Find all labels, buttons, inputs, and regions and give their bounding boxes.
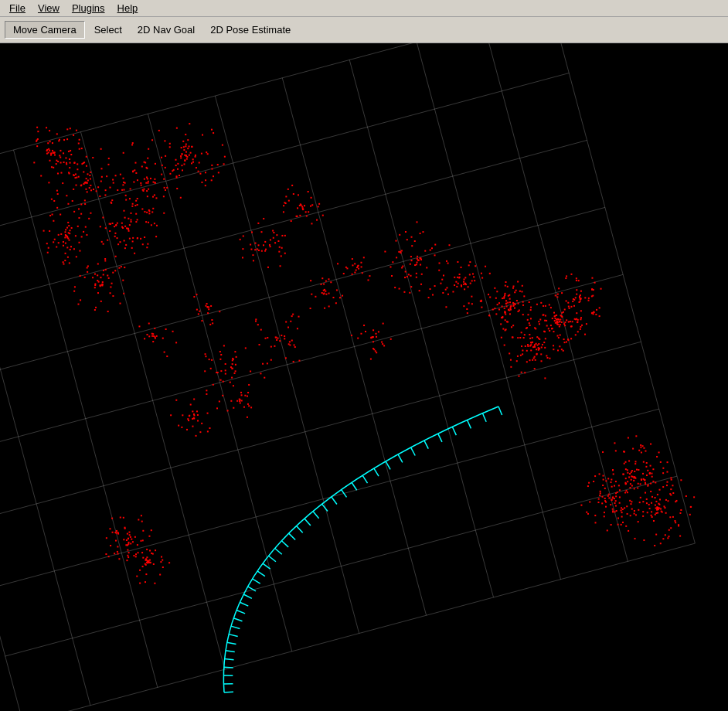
move-camera-button[interactable]: Move Camera [5, 21, 85, 39]
visualization-area[interactable] [0, 43, 728, 711]
menubar: File View Plugins Help [0, 0, 728, 17]
menu-plugins[interactable]: Plugins [66, 1, 111, 15]
viz-canvas[interactable] [0, 43, 728, 711]
menu-view[interactable]: View [32, 1, 66, 15]
nav-goal-button[interactable]: 2D Nav Goal [131, 22, 201, 38]
menu-file[interactable]: File [3, 1, 32, 15]
pose-estimate-button[interactable]: 2D Pose Estimate [204, 22, 297, 38]
select-button[interactable]: Select [88, 22, 128, 38]
toolbar: Move Camera Select 2D Nav Goal 2D Pose E… [0, 17, 728, 43]
menu-help[interactable]: Help [111, 1, 145, 15]
